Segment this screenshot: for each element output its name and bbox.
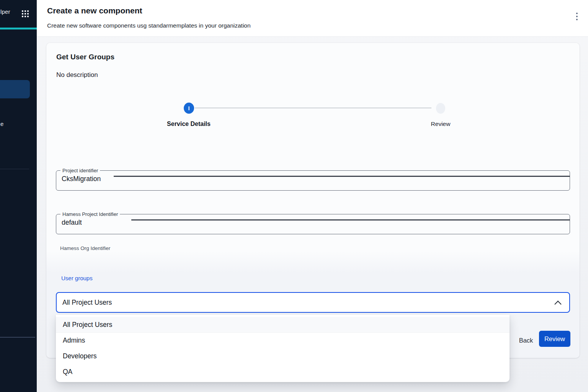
card-title: Get User Groups [56,53,114,61]
dropdown-option-qa[interactable]: QA [56,364,510,380]
template-card: Get User Groups No description I Service… [46,43,580,358]
sidebar: lper e [0,0,37,392]
hamess-project-identifier-field[interactable]: Hamess Project Identifier default [56,211,570,234]
user-groups-select[interactable]: All Project Users [56,292,570,313]
page-title: Create a new component [47,6,142,15]
card-description: No description [56,71,98,79]
step-number: I [188,105,190,111]
apps-grid-icon[interactable] [22,10,29,17]
project-identifier-field[interactable]: Project identifier CksMigration [56,168,570,191]
sidebar-divider [0,169,29,169]
step-indicator-service-details[interactable]: I [184,103,194,114]
stepper-connector [195,108,431,108]
step-label-service-details: Service Details [150,121,227,127]
step-label-review: Review [412,121,469,127]
hamess-project-identifier-label: Hamess Project Identifier [60,211,120,217]
sidebar-accent-line [0,28,37,29]
review-button[interactable]: Review [539,331,570,347]
dropdown-option-developers[interactable]: Developers [56,348,510,364]
sidebar-item-label[interactable]: e [0,121,3,127]
page-subtitle: Create new software components usg stand… [47,22,251,29]
page-header: Create a new component Create new softwa… [37,0,588,37]
dropdown-option-all-project-users[interactable]: All Project Users [56,317,510,333]
sidebar-divider [0,337,35,338]
field-notch-line [114,176,570,177]
sidebar-item-selected[interactable] [0,80,30,98]
project-identifier-label: Project identifier [60,168,100,173]
user-groups-select-value: All Project Users [57,299,112,307]
project-identifier-value[interactable]: CksMigration [56,173,570,183]
user-groups-link[interactable]: User groups [61,275,93,281]
hamess-project-identifier-value[interactable]: default [56,217,570,227]
hamess-org-identifier-label: Hamess Org Identifier [60,245,110,251]
field-notch-line [131,219,570,220]
brand-text: lper [0,8,10,15]
chevron-up-icon[interactable] [554,301,561,307]
dropdown-option-admins[interactable]: Admins [56,333,510,348]
user-groups-dropdown: All Project Users Admins Developers QA [56,315,510,382]
step-indicator-review[interactable] [436,103,445,114]
back-button[interactable]: Back [515,335,537,346]
kebab-menu-icon[interactable] [575,11,579,21]
